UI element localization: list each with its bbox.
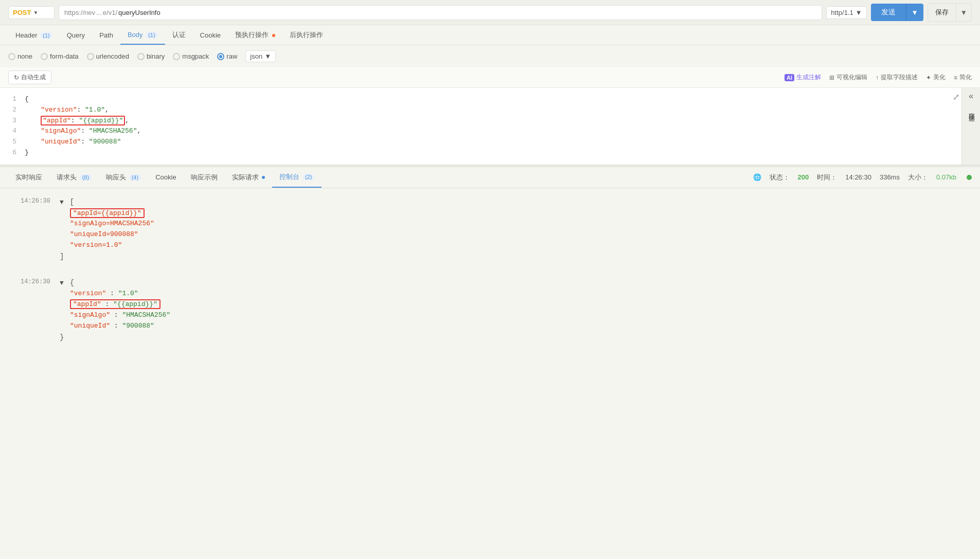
- header-badge: (1): [40, 32, 52, 39]
- tab-post-exec[interactable]: 后执行操作: [282, 25, 330, 45]
- tab-cookie[interactable]: Cookie: [193, 26, 228, 44]
- line-numbers: 1 2 3 4 5 6: [0, 88, 21, 165]
- beautify-action[interactable]: ✦ 美化: [926, 73, 946, 82]
- extract-icon: ↑: [876, 74, 879, 81]
- tab-pre-exec[interactable]: 预执行操作: [228, 25, 282, 45]
- object-field-appid: "appId" : "{{appid}}": [70, 299, 170, 310]
- url-input[interactable]: https://nev ... e/v1/ queryUserInfo: [59, 5, 822, 20]
- response-header-badge: (4): [129, 174, 141, 181]
- protocol-arrow: ▼: [856, 9, 862, 16]
- response-status-bar: 🌐 状态： 200 时间： 14:26:30 336ms 大小： 0.07kb: [753, 173, 972, 182]
- body-options-bar: none form-data urlencoded binary msgpack…: [0, 45, 980, 67]
- visual-edit-action[interactable]: ⊞ 可视化编辑: [829, 73, 867, 82]
- console-badge: (2): [302, 174, 314, 180]
- tab-actual-request[interactable]: 实际请求: [225, 168, 273, 187]
- console-object-block: ▼ { "version" : "1.0" "appId" :: [60, 277, 170, 344]
- send-group: 发送 ▼: [871, 4, 923, 21]
- url-prefix: https://nev: [64, 9, 95, 16]
- ai-icon: AI: [785, 74, 794, 81]
- simplify-action[interactable]: ≡ 简化: [954, 73, 972, 82]
- option-binary[interactable]: binary: [137, 52, 165, 60]
- option-none[interactable]: none: [8, 52, 32, 60]
- collapse-side-icon[interactable]: «: [969, 92, 974, 101]
- tab-auth[interactable]: 认证: [165, 25, 193, 45]
- toolbar-actions: AI 生成注解 ⊞ 可视化编辑 ↑ 提取字段描述 ✦ 美化 ≡ 简化: [785, 73, 972, 82]
- code-line-1: {: [25, 94, 976, 105]
- url-dots: ...: [96, 9, 102, 16]
- object-field-uniqueid: "uniqueId" : "900088": [70, 321, 170, 332]
- method-selector[interactable]: POST ▼: [8, 6, 55, 19]
- auto-gen-button[interactable]: ↻ 自动生成: [8, 70, 51, 84]
- spacer: [21, 267, 959, 277]
- editor-toolbar: ↻ 自动生成 AI 生成注解 ⊞ 可视化编辑 ↑ 提取字段描述 ✦ 美化 ≡ 简…: [0, 67, 980, 88]
- response-section: 实时响应 请求头 (8) 响应头 (4) Cookie 响应示例 实际请求 控制…: [0, 167, 980, 559]
- array-close-bracket: ]: [60, 253, 64, 261]
- object-close-bracket: }: [60, 333, 64, 341]
- radio-urlencoded: [87, 53, 94, 60]
- method-arrow: ▼: [33, 10, 38, 15]
- code-editor[interactable]: 1 2 3 4 5 6 { "version": "1.0", "appId":…: [0, 88, 980, 165]
- extract-fields-action[interactable]: ↑ 提取字段描述: [876, 73, 918, 82]
- collapse-object-icon[interactable]: ▼: [60, 279, 64, 287]
- url-bar-section: POST ▼ https://nev ... e/v1/ queryUserIn…: [0, 0, 980, 25]
- option-raw[interactable]: raw: [217, 52, 237, 60]
- collapse-array-icon[interactable]: ▼: [60, 199, 64, 206]
- code-content: { "version": "1.0", "appId": "{{appid}}"…: [21, 88, 980, 165]
- option-msgpack[interactable]: msgpack: [173, 52, 209, 60]
- visual-edit-icon: ⊞: [829, 74, 834, 81]
- radio-none: [8, 53, 15, 60]
- array-item-4: "version=1.0": [70, 240, 154, 251]
- save-group: 保存 ▼: [928, 3, 972, 22]
- send-dropdown-button[interactable]: ▼: [906, 4, 923, 21]
- tab-console[interactable]: 控制台 (2): [272, 167, 322, 188]
- tab-realtime[interactable]: 实时响应: [8, 168, 49, 187]
- radio-msgpack: [173, 53, 180, 60]
- timestamp-2: 14:26:30: [21, 277, 51, 287]
- object-field-signalgo: "signAlgo" : "HMACSHA256": [70, 310, 170, 321]
- tab-response-cookie[interactable]: Cookie: [148, 168, 183, 186]
- code-line-6: }: [25, 148, 976, 158]
- refresh-icon: ↻: [14, 74, 19, 81]
- globe-icon: 🌐: [753, 173, 761, 181]
- tab-body[interactable]: Body (1): [120, 26, 165, 45]
- object-open-bracket: {: [70, 279, 74, 287]
- simplify-icon: ≡: [954, 74, 957, 81]
- option-form-data[interactable]: form-data: [41, 52, 79, 60]
- tab-path[interactable]: Path: [92, 26, 120, 44]
- status-code: 200: [798, 173, 809, 181]
- console-array-block: ▼ [ "appId={{appid}}" "signAlgo=HMACSHA2…: [60, 196, 154, 263]
- radio-form-data: [41, 53, 48, 60]
- format-selector[interactable]: json ▼: [245, 50, 276, 62]
- tab-header[interactable]: Header (1): [8, 26, 60, 44]
- code-line-2: "version": "1.0",: [25, 105, 976, 116]
- protocol-selector[interactable]: http/1.1 ▼: [826, 6, 866, 19]
- save-button[interactable]: 保存: [928, 3, 956, 22]
- tab-response-example[interactable]: 响应示例: [184, 168, 225, 187]
- top-tab-bar: Header (1) Query Path Body (1) 认证 Cookie…: [0, 25, 980, 45]
- tab-response-headers[interactable]: 响应头 (4): [99, 168, 148, 187]
- expand-button[interactable]: ⤢: [953, 92, 959, 102]
- url-middle: e/v1/: [103, 9, 117, 16]
- array-item-2: "signAlgo=HMACSHA256": [70, 219, 154, 229]
- tab-request-headers[interactable]: 请求头 (8): [49, 168, 99, 187]
- tab-query[interactable]: Query: [60, 26, 92, 44]
- response-duration: 336ms: [880, 173, 900, 181]
- response-tab-bar: 实时响应 请求头 (8) 响应头 (4) Cookie 响应示例 实际请求 控制…: [0, 167, 980, 188]
- console-entry-2: 14:26:30 ▼ { "version" : "1.0": [21, 277, 959, 344]
- array-items: "appId={{appid}}" "signAlgo=HMACSHA256" …: [60, 208, 154, 251]
- save-dropdown-button[interactable]: ▼: [956, 3, 972, 22]
- console-output: 14:26:30 ▼ [ "appId={{appid}}" "sig: [0, 188, 980, 356]
- timestamp-1: 14:26:30: [21, 196, 51, 206]
- option-urlencoded[interactable]: urlencoded: [87, 52, 129, 60]
- side-panel: « 字段描述: [961, 88, 980, 165]
- side-panel-label: 字段描述: [967, 107, 975, 112]
- send-button[interactable]: 发送: [871, 4, 906, 21]
- console-entry-1: 14:26:30 ▼ [ "appId={{appid}}" "sig: [21, 196, 959, 263]
- array-item-3: "uniqueId=900088": [70, 229, 154, 240]
- ai-annotate-action[interactable]: AI 生成注解: [785, 73, 821, 82]
- response-time: 14:26:30: [845, 173, 871, 181]
- main-wrapper: POST ▼ https://nev ... e/v1/ queryUserIn…: [0, 0, 980, 559]
- object-fields: "version" : "1.0" "appId" : "{{appid}}": [60, 288, 170, 331]
- array-open-bracket: [: [70, 198, 74, 206]
- body-badge: (1): [146, 32, 157, 38]
